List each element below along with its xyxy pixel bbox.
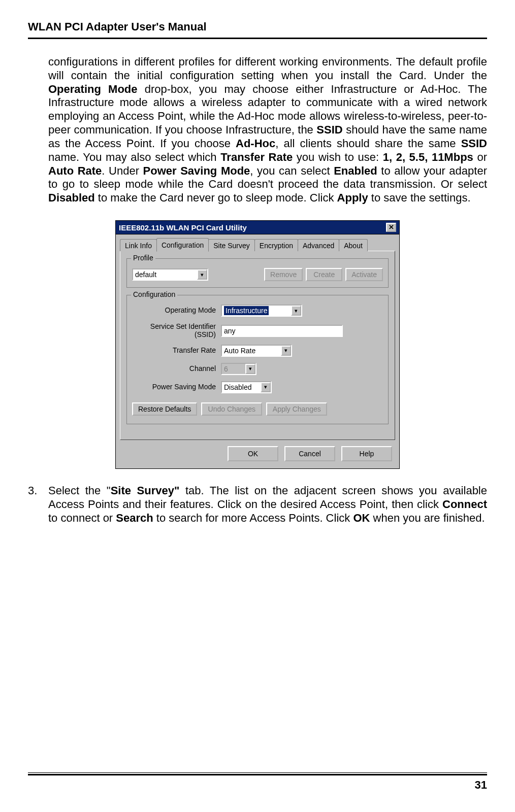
tab-strip: Link Info Configuration Site Survey Encr… (120, 238, 395, 251)
tab-link-info[interactable]: Link Info (120, 239, 157, 251)
op-mode-value: Infrastructure (224, 306, 269, 315)
page-number: 31 (28, 779, 487, 792)
config-legend: Configuration (131, 290, 177, 298)
main-paragraph: configurations in different profiles for… (48, 55, 487, 205)
bold: Apply (337, 191, 368, 204)
profile-group: Profile default Remove Create Activate (126, 258, 389, 288)
bold: Search (116, 512, 153, 524)
bold: Ad-Hoc (236, 137, 275, 150)
chevron-down-icon[interactable] (261, 382, 271, 392)
tab-advanced[interactable]: Advanced (298, 239, 339, 251)
text: when you are finished. (370, 512, 485, 524)
rule-bottom-1 (28, 772, 487, 773)
page-footer: 31 (28, 772, 487, 792)
channel-combo: 6 (221, 363, 256, 375)
text: or (473, 151, 487, 163)
bold: Operating Mode (48, 83, 138, 95)
psm-combo[interactable]: Disabled (221, 381, 272, 393)
text: configurations in different profiles for… (48, 55, 487, 82)
ssid-label: Service Set Identifier (SSID) (132, 323, 221, 339)
op-mode-label: Operating Mode (132, 307, 221, 314)
window-title: IEEE802.11b WLAN PCI Card Utility (119, 223, 247, 232)
bold: Auto Rate (48, 164, 102, 177)
text: to connect or (48, 512, 116, 524)
step-text: Select the "Site Survey" tab. The list o… (48, 484, 487, 525)
text: to save the settings. (368, 191, 471, 204)
bold: Connect (442, 498, 487, 511)
bold: 1, 2, 5.5, 11Mbps (383, 151, 473, 163)
create-button[interactable]: Create (306, 268, 342, 281)
tab-site-survey[interactable]: Site Survey (208, 239, 255, 251)
text: . Under (102, 164, 143, 177)
ssid-label-a: Service Set Identifier (132, 323, 216, 330)
remove-button[interactable]: Remove (264, 268, 303, 281)
help-button[interactable]: Help (341, 446, 392, 461)
apply-changes-button[interactable]: Apply Changes (266, 402, 327, 416)
channel-value: 6 (224, 365, 228, 373)
chevron-down-icon[interactable] (197, 269, 207, 280)
chevron-down-icon (245, 364, 255, 374)
text: to search for more Access Points. Click (153, 512, 353, 524)
bold: Site Survey" (111, 484, 180, 497)
step-number: 3. (28, 484, 48, 525)
chevron-down-icon[interactable] (291, 306, 301, 316)
op-mode-combo[interactable]: Infrastructure (221, 304, 302, 317)
undo-changes-button[interactable]: Undo Changes (201, 402, 262, 416)
close-icon[interactable]: ✕ (386, 223, 396, 232)
step-3: 3. Select the "Site Survey" tab. The lis… (28, 484, 487, 525)
ok-button[interactable]: OK (228, 446, 278, 461)
window-body: Link Info Configuration Site Survey Encr… (115, 234, 400, 469)
channel-label: Channel (132, 365, 221, 373)
text: Select the " (48, 484, 111, 497)
bold: Transfer Rate (220, 151, 293, 163)
tab-content: Profile default Remove Create Activate C… (120, 251, 395, 440)
rate-combo[interactable]: Auto Rate (221, 345, 292, 357)
ssid-label-b: (SSID) (132, 331, 216, 339)
chevron-down-icon[interactable] (281, 346, 291, 356)
profile-legend: Profile (131, 254, 155, 262)
rate-label: Transfer Rate (132, 347, 221, 354)
text: to make the Card never go to sleep mode.… (95, 191, 337, 204)
psm-label: Power Saving Mode (132, 383, 221, 391)
activate-button[interactable]: Activate (345, 268, 383, 281)
restore-defaults-button[interactable]: Restore Defaults (132, 402, 197, 416)
rule-bottom-2 (28, 774, 487, 775)
dialog-screenshot: IEEE802.11b WLAN PCI Card Utility ✕ Link… (115, 220, 400, 469)
bold: SSID (461, 137, 487, 150)
page-header: WLAN PCI Adapter User's Manual (28, 20, 487, 33)
ssid-input[interactable]: any (221, 325, 343, 337)
text: you wish to use: (293, 151, 382, 163)
cancel-button[interactable]: Cancel (284, 446, 335, 461)
profile-value: default (135, 270, 156, 279)
bold: Power Saving Mode (143, 164, 250, 177)
titlebar: IEEE802.11b WLAN PCI Card Utility ✕ (115, 220, 400, 234)
bold: OK (353, 512, 370, 524)
bold: SSID (316, 123, 342, 136)
profile-combo[interactable]: default (132, 268, 208, 281)
text: name. You may also select which (48, 151, 220, 163)
tab-configuration[interactable]: Configuration (156, 238, 209, 252)
bold: Disabled (48, 191, 95, 204)
text: , all clients should share the same (275, 137, 461, 150)
tab-encryption[interactable]: Encryption (254, 239, 298, 251)
tab-about[interactable]: About (339, 239, 368, 251)
rate-value: Auto Rate (224, 347, 255, 355)
rule-top (28, 38, 487, 39)
configuration-group: Configuration Operating Mode Infrastruct… (126, 295, 389, 424)
bold: Enabled (334, 164, 377, 177)
dialog-buttons: OK Cancel Help (120, 446, 395, 461)
text: , you can select (250, 164, 334, 177)
psm-value: Disabled (224, 383, 251, 391)
ssid-value: any (224, 327, 236, 335)
